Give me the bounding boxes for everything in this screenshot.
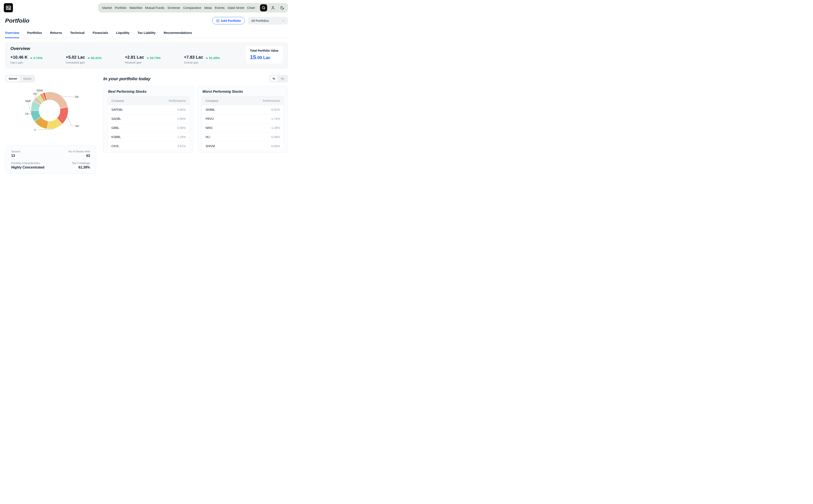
nav-events[interactable]: Events	[215, 4, 225, 12]
table-row[interactable]: CKHL3.61%	[108, 141, 189, 151]
portfolio-selector[interactable]: All Portfolios	[248, 17, 288, 25]
portfolio-selector-label: All Portfolios	[251, 19, 269, 22]
tab-returns[interactable]: Returns	[50, 29, 62, 38]
nav-portfolio[interactable]: Portfolio	[115, 4, 126, 12]
nav-watchlist[interactable]: Watchlist	[129, 4, 142, 12]
overview-card: Overview +10.46 K 0.70% Day's gain +5.02…	[5, 42, 288, 69]
tab-technical[interactable]: Technical	[70, 29, 84, 38]
table-row[interactable]: SKBBL-0.62%	[202, 105, 284, 114]
best-performing-card: Best Performing Stocks CompanyPerformanc…	[103, 86, 194, 153]
table-row[interactable]: KSBBL1.16%	[108, 132, 189, 141]
svg-point-1	[262, 7, 265, 9]
tab-portfolios[interactable]: Portfolios	[27, 29, 42, 38]
logo[interactable]	[4, 3, 13, 12]
today-title: In your portfolio today	[103, 76, 151, 81]
nav-comparative[interactable]: Comparative	[183, 4, 201, 12]
portfolio-summary-card: Sectors 13 No of Stocks held 63 Portfoli…	[5, 145, 96, 174]
nav-ideas[interactable]: Ideas	[204, 4, 212, 12]
nav-dalal-street[interactable]: Dalal Street	[228, 4, 244, 12]
metric-days-gain: +10.46 K 0.70% Day's gain	[10, 55, 43, 64]
user-icon[interactable]	[269, 4, 277, 11]
nav-screener[interactable]: Screener	[167, 4, 180, 12]
table-row[interactable]: HLI-0.38%	[202, 132, 284, 141]
metric-realised-gain: +2.81 Lac 53.73% Realised gain	[125, 55, 161, 64]
percent-rs-toggle: % Rs	[269, 75, 288, 82]
toggle-rs[interactable]: Rs	[278, 76, 287, 81]
toggle-sector[interactable]: Sector	[6, 76, 20, 81]
page-title: Portfolio	[5, 17, 29, 24]
total-portfolio-value: 15.00 Lac	[250, 54, 278, 61]
nav-chart[interactable]: Chart	[247, 4, 255, 12]
worst-performing-card: Worst Performing Stocks CompanyPerforman…	[198, 86, 288, 153]
add-portfolio-label: Add Portfolio	[221, 19, 241, 22]
portfolio-tabs: Overview Portfolios Returns Technical Fi…	[5, 29, 288, 38]
add-portfolio-button[interactable]: Add Portfolio	[212, 17, 245, 24]
portfolio-stock-events-title: Portfolio Stock Events	[5, 181, 143, 182]
svg-point-2	[272, 6, 274, 8]
nav-market[interactable]: Market	[102, 4, 112, 12]
toggle-percent[interactable]: %	[270, 76, 278, 81]
main-nav: Market Portfolio Watchlist Mutual Funds …	[98, 3, 288, 12]
worst-performing-title: Worst Performing Stocks	[198, 90, 288, 96]
table-row[interactable]: SAPDBL9.90%	[108, 105, 189, 114]
chevron-down-icon	[282, 19, 285, 22]
metric-overall-gain: +7.83 Lac 51.49% Overall gain	[184, 55, 220, 64]
tab-recommendations[interactable]: Recommendations	[164, 29, 192, 38]
tab-overview[interactable]: Overview	[5, 29, 19, 38]
dark-mode-icon[interactable]	[279, 4, 286, 11]
toggle-stocks[interactable]: Stocks	[21, 76, 34, 81]
table-row[interactable]: SADBL2.66%	[108, 114, 189, 123]
best-performing-title: Best Performing Stocks	[104, 90, 194, 96]
overview-title: Overview	[10, 46, 246, 51]
tab-tax-liability[interactable]: Tax Liability	[137, 29, 156, 38]
sector-donut-chart: DB MC LI CB MNP HP REIN	[5, 87, 96, 139]
total-portfolio-value-box: Total Portfolio Value 15.00 Lac	[246, 46, 283, 64]
sector-stocks-toggle: Sector Stocks	[5, 75, 35, 82]
metric-unrealised-gain: +5.02 Lac 50.31% Unrealised gain	[66, 55, 102, 64]
table-row[interactable]: PRVU-1.74%	[202, 114, 284, 123]
table-row[interactable]: GBBL0.90%	[108, 123, 189, 132]
total-portfolio-label: Total Portfolio Value	[250, 49, 278, 52]
nav-mutual-funds[interactable]: Mutual Funds	[145, 4, 165, 12]
table-row[interactable]: SHIVM-0.69%	[202, 141, 284, 151]
tab-financials[interactable]: Financials	[93, 29, 108, 38]
search-button[interactable]	[260, 4, 267, 11]
tab-liquidity[interactable]: Liquidity	[116, 29, 130, 38]
portfolio-networth-title: Portfolio Networth	[150, 181, 288, 182]
table-row[interactable]: NRIC-1.28%	[202, 123, 284, 132]
